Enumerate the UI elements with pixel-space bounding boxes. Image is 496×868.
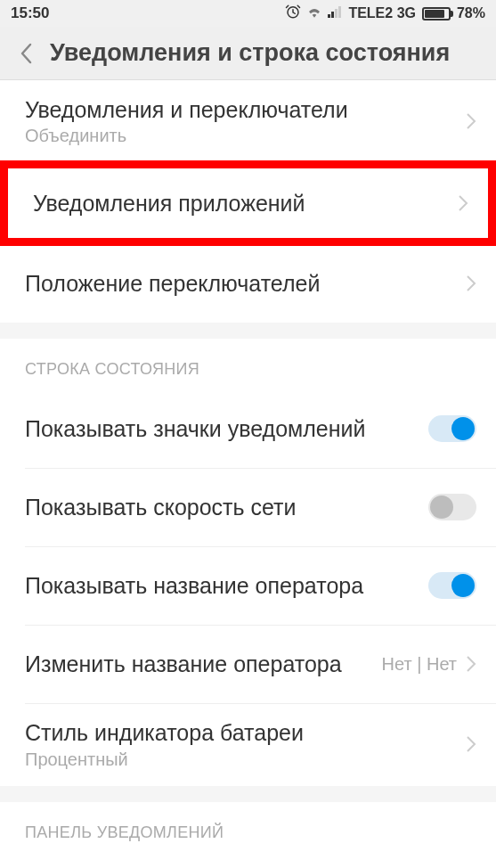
svg-rect-1 (328, 14, 330, 18)
status-icons (285, 4, 342, 24)
item-title: Показывать название оператора (25, 572, 418, 600)
back-button[interactable] (12, 36, 39, 71)
item-title: Положение переключателей (25, 270, 455, 298)
item-title: Показывать скорость сети (25, 494, 418, 521)
item-show-carrier-name[interactable]: Показывать название оператора (0, 546, 496, 625)
section-header-statusbar: СТРОКА СОСТОЯНИЯ (0, 339, 496, 389)
item-notifications-toggles[interactable]: Уведомления и переключатели Объединить (0, 80, 496, 162)
section-notification-panel: ПАНЕЛЬ УВЕДОМЛЕНИЙ Свернуть после нажати… (0, 802, 496, 869)
status-right: TELE2 3G 78% (285, 4, 485, 24)
item-app-notifications[interactable]: Уведомления приложений (8, 168, 488, 238)
item-title: Уведомления приложений (33, 190, 447, 217)
chevron-right-icon (466, 735, 476, 753)
toggle-switch[interactable] (428, 494, 476, 520)
item-toggle-positions[interactable]: Положение переключателей (0, 244, 496, 323)
svg-rect-3 (335, 9, 337, 18)
toggle-switch[interactable] (428, 415, 476, 442)
signal-icon (328, 4, 342, 22)
chevron-right-icon (466, 274, 476, 292)
highlight-box: Уведомления приложений (0, 160, 496, 246)
wifi-icon (306, 4, 322, 22)
status-time: 15:50 (11, 4, 49, 22)
item-edit-carrier-name[interactable]: Изменить название оператора Нет | Нет (0, 625, 496, 703)
battery-icon (422, 7, 451, 20)
header: Уведомления и строка состояния (0, 27, 496, 80)
item-show-notification-icons[interactable]: Показывать значки уведомлений (0, 389, 496, 468)
battery-percent: 78% (457, 5, 485, 21)
chevron-right-icon (458, 194, 468, 212)
chevron-right-icon (466, 655, 476, 673)
chevron-left-icon (20, 43, 32, 64)
page-title: Уведомления и строка состояния (50, 39, 450, 67)
item-battery-indicator-style[interactable]: Стиль индикатора батареи Процентный (0, 703, 496, 785)
item-show-network-speed[interactable]: Показывать скорость сети (0, 468, 496, 546)
item-title: Изменить название оператора (25, 651, 371, 678)
section-header-notifications: ПАНЕЛЬ УВЕДОМЛЕНИЙ (0, 802, 496, 853)
item-title: Показывать значки уведомлений (25, 415, 418, 443)
item-subtitle: Объединить (25, 126, 455, 146)
status-bar: 15:50 TELE2 3G 78% (0, 0, 496, 27)
item-subtitle: Процентный (25, 749, 455, 770)
svg-rect-4 (338, 6, 341, 18)
alarm-icon (285, 4, 301, 24)
item-title: Стиль индикатора батареи (25, 719, 455, 747)
item-title: Уведомления и переключатели (25, 96, 455, 124)
item-collapse-after-tap[interactable]: Свернуть после нажатия (0, 853, 496, 869)
item-value: Нет | Нет (382, 654, 457, 675)
settings-group-1: Уведомления и переключатели Объединить У… (0, 80, 496, 323)
toggle-switch[interactable] (428, 572, 476, 599)
carrier-label: TELE2 3G (348, 5, 416, 21)
svg-rect-2 (331, 12, 334, 18)
chevron-right-icon (466, 112, 476, 130)
section-status-bar: СТРОКА СОСТОЯНИЯ Показывать значки уведо… (0, 339, 496, 785)
